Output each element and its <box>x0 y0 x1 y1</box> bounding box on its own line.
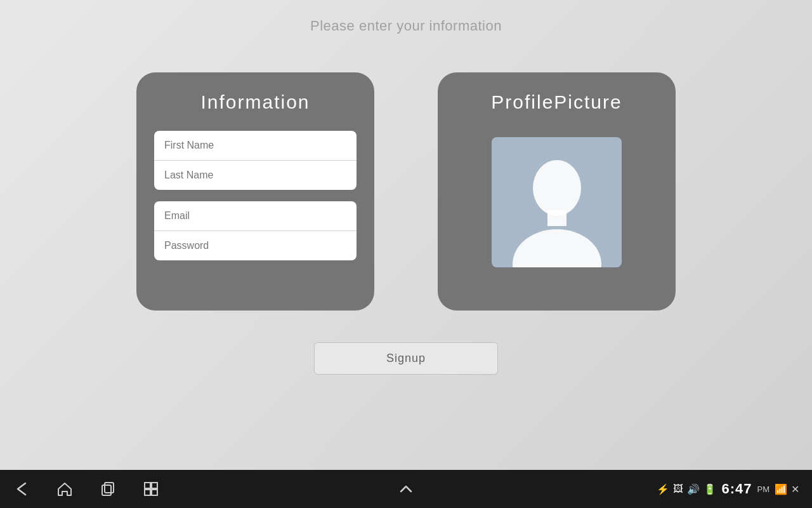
svg-point-1 <box>513 229 601 267</box>
qr-icon <box>142 480 160 498</box>
wifi-icon: 📶 <box>775 483 787 495</box>
profile-card: ProfilePicture <box>438 72 676 311</box>
svg-rect-2 <box>547 210 566 226</box>
nav-right-status: ⚡ 🖼 🔊 🔋 6:47 PM 📶 ✕ <box>657 481 799 497</box>
auth-input-group <box>154 201 357 260</box>
recent-apps-button[interactable] <box>99 480 117 498</box>
status-icons: ⚡ 🖼 🔊 🔋 <box>657 483 716 495</box>
profile-card-title: ProfilePicture <box>491 91 622 113</box>
back-icon <box>13 480 30 498</box>
recent-icon <box>99 480 117 498</box>
home-icon <box>56 480 74 498</box>
clock-display: 6:47 <box>721 481 752 497</box>
avatar-svg <box>506 153 608 267</box>
svg-point-0 <box>533 160 581 216</box>
cards-row: Information ProfilePicture <box>136 72 676 311</box>
name-input-group <box>154 131 357 190</box>
svg-rect-6 <box>152 483 157 488</box>
signup-button[interactable]: Signup <box>314 342 498 375</box>
info-card-title: Information <box>200 91 310 113</box>
last-name-input[interactable] <box>154 161 357 190</box>
nav-center <box>397 480 415 498</box>
info-card: Information <box>136 72 374 311</box>
clock-ampm: PM <box>757 485 770 494</box>
back-button[interactable] <box>13 480 30 498</box>
page-subtitle: Please enter your information <box>310 18 502 34</box>
up-icon <box>397 480 415 498</box>
home-button[interactable] <box>56 480 74 498</box>
main-content: Please enter your information Informatio… <box>0 0 812 470</box>
volume-icon: 🔊 <box>687 483 700 495</box>
profile-picture-area[interactable] <box>492 137 622 267</box>
nav-left <box>13 480 160 498</box>
svg-rect-5 <box>145 483 150 488</box>
nav-bar: ⚡ 🖼 🔊 🔋 6:47 PM 📶 ✕ <box>0 470 812 508</box>
svg-rect-4 <box>105 483 114 493</box>
connectivity-icons: 📶 ✕ <box>775 483 799 495</box>
svg-rect-8 <box>152 490 157 495</box>
usb-icon: ⚡ <box>657 483 669 495</box>
screenshot-icon: 🖼 <box>673 483 683 495</box>
close-icon: ✕ <box>791 483 799 495</box>
first-name-input[interactable] <box>154 131 357 161</box>
password-input[interactable] <box>154 231 357 260</box>
battery-icon: 🔋 <box>704 483 716 495</box>
svg-rect-7 <box>145 490 150 495</box>
email-input[interactable] <box>154 201 357 231</box>
qr-button[interactable] <box>142 480 160 498</box>
svg-rect-3 <box>102 485 111 495</box>
up-button[interactable] <box>397 480 415 498</box>
